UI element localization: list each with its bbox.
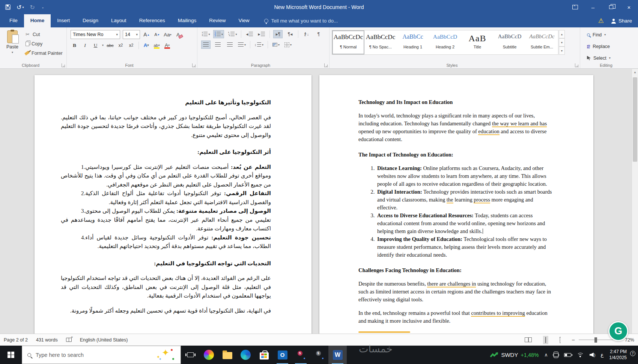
decrease-indent-button[interactable]: ◂ — [245, 30, 254, 38]
underline-button[interactable]: U — [92, 41, 99, 49]
ltr-text-direction-button[interactable]: ▸¶ — [273, 30, 283, 38]
font-size-select[interactable]: 14▾ — [123, 30, 140, 39]
scrollbar-thumb[interactable] — [633, 77, 637, 162]
tab-view[interactable]: View — [232, 14, 256, 27]
warning-icon[interactable]: ⚠ — [598, 17, 604, 25]
keyboard-language-indicator[interactable]: ع — [601, 352, 604, 358]
style-heading-2[interactable]: AaBbCcDHeading 2 — [429, 30, 461, 54]
zoom-slider[interactable] — [579, 340, 613, 340]
bold-button[interactable]: B — [71, 41, 78, 49]
justify-button[interactable]: ▾ — [237, 41, 247, 49]
document-page-arabic[interactable]: التكنولوجيا وتأثيرها على التعليم في العص… — [35, 75, 311, 334]
taskbar-app-chrome-1[interactable]: S — [292, 346, 310, 364]
paste-dropdown-icon[interactable]: ▾ — [12, 51, 13, 54]
shading-button[interactable]: ▾ — [271, 41, 281, 49]
taskbar-app-edge[interactable] — [236, 346, 255, 364]
styles-more-button[interactable]: ▼ — [559, 47, 565, 55]
start-button[interactable] — [0, 346, 22, 364]
font-color-button[interactable]: A▾ — [163, 41, 171, 49]
redo-button[interactable]: ↻ — [30, 4, 35, 11]
styles-scroll-down-button[interactable]: ▼ — [559, 38, 565, 47]
numbering-button[interactable]: 123▾ — [213, 30, 224, 38]
taskbar-app-colorful[interactable] — [200, 346, 218, 364]
text-highlight-button[interactable]: ab▾ — [153, 41, 161, 49]
style-no-spacing[interactable]: AaBbCcDc¶ No Spac... — [364, 30, 397, 54]
tab-references[interactable]: References — [133, 14, 172, 27]
print-layout-button[interactable] — [543, 336, 548, 344]
clear-formatting-button[interactable]: A — [174, 31, 182, 39]
taskbar-app-store[interactable] — [255, 346, 273, 364]
document-page-english[interactable]: Technology and Its Impact on Education I… — [319, 75, 593, 334]
vertical-scrollbar[interactable]: ▲ — [632, 69, 638, 334]
taskbar-search-input[interactable]: Type here to search ✦✦✦ — [22, 346, 181, 364]
strikethrough-button[interactable]: abc — [106, 41, 114, 49]
text-effects-button[interactable]: A▾ — [142, 41, 150, 49]
font-family-select[interactable]: Times New Ro▾ — [71, 30, 120, 39]
paragraph-dialog-launcher[interactable] — [324, 63, 328, 67]
cut-button[interactable]: ✂Cut — [25, 30, 63, 38]
minimize-button[interactable]: – — [584, 0, 602, 14]
grammarly-button[interactable]: G — [608, 321, 628, 341]
tell-me-box[interactable]: Tell me what you want to do... — [264, 14, 338, 27]
style-heading-1[interactable]: AaBbCcHeading 1 — [397, 30, 429, 54]
volume-icon[interactable]: ) — [590, 353, 595, 357]
line-spacing-button[interactable]: ↕▾ — [254, 41, 264, 49]
wifi-icon[interactable] — [577, 352, 584, 358]
tab-review[interactable]: Review — [203, 14, 232, 27]
tab-design[interactable]: Design — [76, 14, 105, 27]
style-title[interactable]: AaBTitle — [461, 30, 494, 54]
language-indicator[interactable]: English (United States) — [80, 337, 128, 343]
proofing-status-icon[interactable] — [66, 338, 72, 342]
tab-mailings[interactable]: Mailings — [172, 14, 203, 27]
page-indicator[interactable]: Page 2 of 2 — [4, 337, 28, 343]
customize-qat-button[interactable]: ⌄ — [41, 6, 44, 9]
style-subtle-emphasis[interactable]: AaBbCcDcSubtle Em... — [526, 30, 558, 54]
styles-scroll-up-button[interactable]: ▲ — [559, 30, 565, 38]
tab-layout[interactable]: Layout — [105, 14, 133, 27]
change-case-button[interactable]: Aa▾ — [164, 31, 172, 39]
font-dialog-launcher[interactable] — [192, 63, 196, 67]
tab-insert[interactable]: Insert — [51, 14, 76, 27]
show-formatting-marks-button[interactable]: ¶ — [314, 30, 323, 38]
borders-button[interactable]: ▾ — [283, 41, 293, 49]
paste-button[interactable]: Paste ▾ — [2, 29, 23, 62]
shrink-font-button[interactable]: A▼ — [153, 31, 161, 39]
share-button[interactable]: Share — [611, 18, 632, 24]
document-area[interactable]: التكنولوجيا وتأثيرها على التعليم في العص… — [0, 69, 638, 334]
tab-home[interactable]: Home — [24, 14, 51, 27]
align-center-button[interactable] — [213, 41, 223, 49]
stock-ticker-widget[interactable]: SWDY +1,48% — [490, 352, 539, 358]
zoom-slider-thumb[interactable] — [594, 337, 597, 343]
taskbar-app-chrome-2[interactable]: $ — [310, 346, 328, 364]
tab-file[interactable]: File — [3, 14, 24, 27]
zoom-out-button[interactable]: − — [572, 337, 575, 343]
phone-link-icon[interactable] — [554, 352, 558, 358]
multilevel-list-button[interactable]: • • •▾ — [227, 30, 238, 38]
rtl-text-direction-button[interactable]: ¶◂ — [285, 30, 295, 38]
battery-icon[interactable] — [564, 353, 571, 357]
align-right-button[interactable] — [225, 41, 235, 49]
close-button[interactable]: × — [620, 0, 638, 14]
scroll-up-icon[interactable]: ▲ — [632, 69, 638, 74]
replace-button[interactable]: abacReplace — [584, 42, 633, 51]
superscript-button[interactable]: x2 — [127, 41, 135, 49]
grow-font-button[interactable]: A▲ — [143, 31, 150, 39]
increase-indent-button[interactable]: ▸ — [257, 30, 266, 38]
format-painter-button[interactable]: Format Painter — [25, 49, 63, 57]
copy-button[interactable]: Copy — [25, 40, 63, 48]
task-view-button[interactable] — [181, 346, 200, 364]
italic-button[interactable]: I — [81, 41, 89, 49]
underline-dropdown-icon[interactable]: ▾ — [102, 44, 104, 47]
bullets-button[interactable]: •••▾ — [201, 30, 211, 38]
web-layout-button[interactable] — [557, 336, 563, 344]
align-left-button[interactable] — [201, 41, 211, 49]
find-button[interactable]: Find▾ — [584, 30, 633, 39]
undo-button[interactable]: ↺▾ — [17, 4, 24, 11]
read-mode-button[interactable] — [522, 336, 534, 344]
taskbar-app-outlook[interactable]: O — [273, 346, 292, 364]
sort-button[interactable]: AZ↓ — [302, 30, 311, 38]
taskbar-app-word[interactable]: W — [328, 346, 347, 364]
style-subtitle[interactable]: AaBbCcDSubtitle — [494, 30, 526, 54]
subscript-button[interactable]: x2 — [117, 41, 125, 49]
taskbar-app-file-explorer[interactable] — [218, 346, 236, 364]
